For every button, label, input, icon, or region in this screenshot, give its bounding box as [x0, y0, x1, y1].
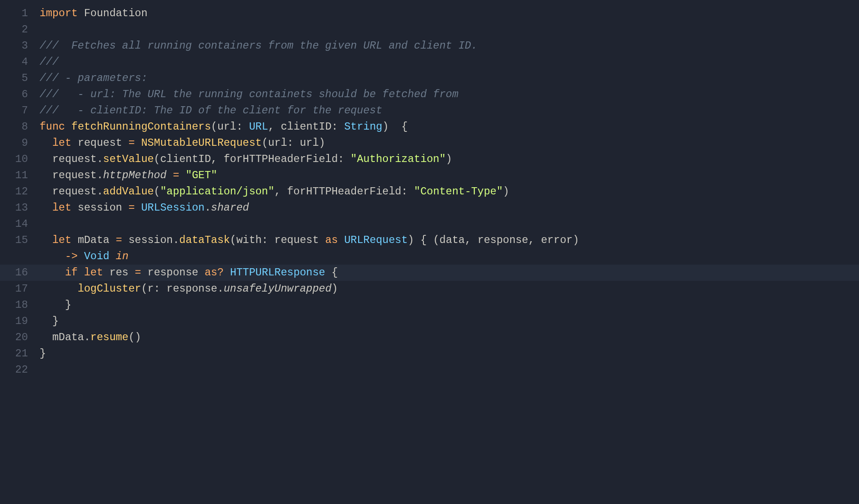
code-content[interactable]: mData.resume() [38, 329, 859, 346]
token: mData [72, 234, 116, 246]
token: Foundation [84, 7, 148, 19]
code-line[interactable]: 15 let mData = session.dataTask(with: re… [0, 232, 859, 248]
token: let [52, 137, 71, 149]
token: "Authorization" [351, 153, 446, 165]
token: } [40, 315, 58, 327]
line-number: 17 [0, 281, 38, 297]
token: ) [332, 283, 338, 295]
code-line[interactable]: 7/// - clientID: The ID of the client fo… [0, 103, 859, 119]
token: request. [40, 169, 103, 181]
code-line[interactable]: 9 let request = NSMutableURLRequest(url:… [0, 135, 859, 151]
code-line[interactable]: 19 } [0, 313, 859, 329]
line-number: 22 [0, 362, 38, 378]
code-content[interactable]: -> Void in [38, 248, 859, 265]
code-content[interactable]: let session = URLSession.shared [38, 200, 859, 216]
code-line[interactable]: 2 [0, 22, 859, 38]
code-line[interactable]: 22 [0, 362, 859, 378]
token: (clientID, forHTTPHeaderField: [154, 153, 351, 165]
token [40, 283, 78, 295]
token: : [236, 121, 249, 133]
code-content[interactable]: request.addValue("application/json", for… [38, 184, 859, 200]
code-content[interactable] [38, 362, 859, 378]
token: = [128, 137, 135, 149]
code-content[interactable]: logCluster(r: response.unsafelyUnwrapped… [38, 281, 859, 297]
code-line[interactable]: 1import Foundation [0, 5, 859, 22]
code-line[interactable]: 18 } [0, 297, 859, 313]
code-content[interactable]: } [38, 313, 859, 329]
token [166, 169, 173, 181]
token: = [135, 266, 141, 279]
token: url [217, 121, 236, 133]
code-content[interactable]: /// Fetches all running containers from … [38, 38, 859, 54]
line-number: 18 [0, 297, 38, 313]
token [179, 169, 185, 181]
code-content[interactable]: if let res = response as? HTTPURLRespons… [38, 265, 859, 281]
code-content[interactable]: request.httpMethod = "GET" [38, 167, 859, 184]
line-number: 6 [0, 86, 38, 103]
token: shared [211, 202, 249, 214]
line-number: 10 [0, 151, 38, 167]
line-number: 16 [0, 265, 38, 281]
line-number: 12 [0, 184, 38, 200]
code-content[interactable]: func fetchRunningContainers(url: URL, cl… [38, 119, 859, 135]
line-number: 1 [0, 5, 38, 22]
code-content[interactable] [38, 216, 859, 232]
token: setValue [103, 153, 154, 165]
token [109, 250, 116, 262]
token: , forHTTPHeaderField: [274, 185, 414, 198]
token: mData. [40, 331, 90, 343]
token: ) [446, 153, 452, 165]
code-content[interactable]: /// - clientID: The ID of the client for… [38, 103, 859, 119]
code-content[interactable]: } [38, 346, 859, 362]
code-line[interactable]: 13 let session = URLSession.shared [0, 200, 859, 216]
line-number: 2 [0, 22, 38, 38]
token [135, 137, 141, 149]
code-line[interactable]: 21} [0, 346, 859, 362]
code-line[interactable]: 16 if let res = response as? HTTPURLResp… [0, 265, 859, 281]
code-content[interactable]: let request = NSMutableURLRequest(url: u… [38, 135, 859, 151]
code-line[interactable]: 20 mData.resume() [0, 329, 859, 346]
token: addValue [103, 185, 154, 198]
code-line[interactable]: 11 request.httpMethod = "GET" [0, 167, 859, 184]
code-line[interactable]: 12 request.addValue("application/json", … [0, 184, 859, 200]
token: } [40, 299, 72, 311]
code-content[interactable]: } [38, 297, 859, 313]
token: fetchRunningContainers [72, 121, 211, 133]
line-number: 4 [0, 54, 38, 70]
token: resume [90, 331, 129, 343]
code-line[interactable]: 14 [0, 216, 859, 232]
token [40, 202, 52, 214]
token: ) { (data, response, error) [408, 234, 579, 246]
code-content[interactable]: let mData = session.dataTask(with: reque… [38, 232, 859, 248]
code-line[interactable]: 5/// - parameters: [0, 70, 859, 86]
code-editor[interactable]: 1import Foundation23/// Fetches all runn… [0, 0, 859, 396]
token: NSMutableURLRequest [141, 137, 262, 149]
token: } [40, 347, 46, 360]
line-number: 14 [0, 216, 38, 232]
token: { [325, 266, 338, 279]
code-content[interactable]: /// - parameters: [38, 70, 859, 86]
token: ) [503, 185, 509, 198]
code-line[interactable]: -> Void in [0, 248, 859, 265]
token: if [65, 266, 77, 279]
code-line[interactable]: 4/// [0, 54, 859, 70]
code-line[interactable]: 17 logCluster(r: response.unsafelyUnwrap… [0, 281, 859, 297]
code-line[interactable]: 10 request.setValue(clientID, forHTTPHea… [0, 151, 859, 167]
code-content[interactable]: import Foundation [38, 5, 859, 22]
token: httpMethod [103, 169, 166, 181]
line-number: 19 [0, 313, 38, 329]
code-line[interactable]: 3/// Fetches all running containers from… [0, 38, 859, 54]
code-content[interactable]: /// - url: The URL the running containet… [38, 86, 859, 103]
code-content[interactable] [38, 22, 859, 38]
token: (r: response. [141, 283, 224, 295]
token [78, 250, 84, 262]
token [78, 266, 84, 279]
line-number: 7 [0, 103, 38, 119]
code-line[interactable]: 8func fetchRunningContainers(url: URL, c… [0, 119, 859, 135]
line-number [0, 248, 38, 265]
token: (with: request [230, 234, 325, 246]
token [78, 7, 84, 19]
code-content[interactable]: request.setValue(clientID, forHTTPHeader… [38, 151, 859, 167]
code-line[interactable]: 6/// - url: The URL the running containe… [0, 86, 859, 103]
code-content[interactable]: /// [38, 54, 859, 70]
